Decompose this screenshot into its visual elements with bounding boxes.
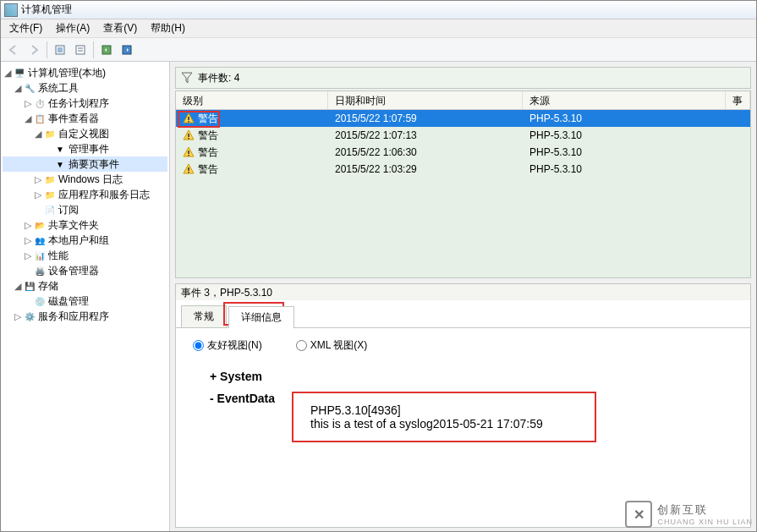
warning-icon [183, 129, 195, 141]
disk-icon: 💿 [33, 294, 47, 308]
app-icon [4, 3, 18, 17]
tree-label: 共享文件夹 [48, 218, 99, 233]
expander-icon[interactable]: ▷ [33, 174, 43, 185]
tab-general[interactable]: 常规 [181, 305, 227, 327]
back-button [4, 41, 23, 59]
source-text: PHP-5.3.10 [529, 129, 582, 141]
system-section[interactable]: + System [210, 370, 733, 383]
menu-view[interactable]: 查看(V) [98, 19, 142, 37]
main-split: ◢🖥️计算机管理(本地) ◢🔧系统工具 ▷⏱️任务计划程序 ◢📋事件查看器 ◢📁… [1, 62, 756, 532]
filter-icon: ▼ [53, 142, 67, 156]
detail-tabs: 常规 详细信息 [175, 300, 751, 327]
filter-icon: ▼ [53, 157, 67, 171]
expander-icon[interactable]: ◢ [23, 113, 33, 124]
svg-rect-14 [188, 172, 189, 173]
level-text: 警告 [198, 162, 218, 177]
radio-friendly[interactable]: 友好视图(N) [193, 338, 262, 353]
warning-icon [183, 112, 195, 124]
radio-friendly-input[interactable] [193, 340, 204, 351]
tree-summary-events[interactable]: ▼摘要页事件 [3, 156, 167, 172]
expander-icon[interactable]: ◢ [33, 129, 43, 140]
datetime-text: 2015/5/22 1:07:59 [335, 112, 417, 124]
tab-details[interactable]: 详细信息 [228, 306, 294, 328]
tree-app-service-logs[interactable]: ▷📁应用程序和服务日志 [3, 187, 167, 202]
tree-storage[interactable]: ◢💾存储 [3, 278, 167, 293]
svg-rect-11 [188, 151, 189, 154]
storage-icon: 💾 [23, 279, 36, 293]
refresh-button[interactable] [97, 41, 116, 59]
folder-icon: 📁 [43, 127, 57, 140]
table-row[interactable]: 警告2015/5/22 1:03:29PHP-5.3.10 [176, 161, 750, 178]
datetime-text: 2015/5/22 1:06:30 [335, 146, 417, 158]
expander-icon[interactable]: ▷ [23, 220, 33, 231]
tree-device-manager[interactable]: 🖨️设备管理器 [3, 263, 167, 278]
eventdata-section[interactable]: - EventData [210, 392, 275, 442]
watermark-logo-icon: ✕ [625, 501, 652, 528]
col-source[interactable]: 来源 [523, 91, 726, 109]
tree-disk-mgmt[interactable]: 💿磁盘管理 [3, 293, 167, 309]
expander-icon[interactable]: ◢ [3, 68, 13, 79]
users-icon: 👥 [33, 233, 47, 247]
radio-xml[interactable]: XML 视图(X) [296, 338, 368, 353]
tree-label: 性能 [48, 249, 69, 263]
tree-subscriptions[interactable]: 📄订阅 [3, 202, 167, 217]
svg-rect-12 [188, 155, 189, 156]
tree-admin-events[interactable]: ▼管理事件 [3, 141, 167, 156]
warning-icon [183, 163, 195, 175]
table-row[interactable]: 警告2015/5/22 1:06:30PHP-5.3.10 [176, 144, 750, 161]
tree-label: Windows 日志 [58, 173, 123, 187]
tree-panel[interactable]: ◢🖥️计算机管理(本地) ◢🔧系统工具 ▷⏱️任务计划程序 ◢📋事件查看器 ◢📁… [1, 62, 170, 532]
table-row[interactable]: 警告2015/5/22 1:07:59PHP-5.3.10 [176, 110, 750, 127]
tree-services-apps[interactable]: ▷⚙️服务和应用程序 [3, 309, 167, 324]
folder-icon: 📁 [43, 173, 57, 186]
table-row[interactable]: 警告2015/5/22 1:07:13PHP-5.3.10 [176, 127, 750, 144]
tree-root[interactable]: ◢🖥️计算机管理(本地) [3, 65, 167, 80]
tree-label: 服务和应用程序 [38, 310, 109, 324]
tree-custom-views[interactable]: ◢📁自定义视图 [3, 126, 167, 141]
event-count-label: 事件数: 4 [198, 71, 239, 85]
properties-button[interactable] [71, 41, 90, 59]
up-button[interactable] [51, 41, 69, 59]
menu-file[interactable]: 文件(F) [4, 19, 47, 37]
tree-label: 磁盘管理 [48, 294, 89, 309]
expander-icon[interactable]: ▷ [23, 235, 33, 246]
col-datetime[interactable]: 日期和时间 [328, 91, 523, 109]
tree-label: 摘要页事件 [69, 157, 119, 172]
tree-windows-logs[interactable]: ▷📁Windows 日志 [3, 172, 167, 187]
level-text: 警告 [198, 129, 218, 143]
tree-label: 系统工具 [38, 81, 79, 96]
expander-icon[interactable]: ▷ [23, 98, 33, 109]
tree-label: 任务计划程序 [48, 96, 109, 111]
event-list: 级别 日期和时间 来源 事件 警告2015/5/22 1:07:59PHP-5.… [175, 90, 751, 278]
tree-shared-folders[interactable]: ▷📂共享文件夹 [3, 217, 167, 233]
help-button[interactable] [118, 41, 136, 59]
expander-icon[interactable]: ▷ [13, 311, 23, 322]
svg-rect-2 [76, 46, 85, 54]
expander-icon[interactable]: ◢ [13, 281, 23, 292]
col-level[interactable]: 级别 [176, 91, 328, 109]
computer-icon: 🖥️ [13, 66, 26, 80]
expander-icon[interactable]: ◢ [13, 83, 23, 94]
expander-icon[interactable]: ▷ [23, 250, 33, 261]
tree-task-scheduler[interactable]: ▷⏱️任务计划程序 [3, 96, 167, 111]
tree-system-tools[interactable]: ◢🔧系统工具 [3, 80, 167, 96]
performance-icon: 📊 [33, 249, 47, 262]
tree-label: 存储 [38, 279, 58, 293]
window-title: 计算机管理 [21, 3, 72, 17]
svg-rect-8 [188, 121, 189, 123]
col-event[interactable]: 事件 [726, 91, 750, 109]
menu-help[interactable]: 帮助(H) [145, 19, 190, 37]
tree-label: 设备管理器 [48, 264, 99, 278]
device-icon: 🖨️ [33, 264, 47, 277]
radio-xml-input[interactable] [296, 340, 307, 351]
tree-performance[interactable]: ▷📊性能 [3, 248, 167, 263]
menu-action[interactable]: 操作(A) [51, 19, 95, 37]
tree-label: 本地用户和组 [48, 233, 109, 248]
event-rows[interactable]: 警告2015/5/22 1:07:59PHP-5.3.10警告2015/5/22… [176, 110, 750, 277]
titlebar: 计算机管理 [1, 1, 756, 19]
expander-icon[interactable]: ▷ [33, 189, 43, 200]
right-pane: 事件数: 4 级别 日期和时间 来源 事件 警告2015/5/22 1:07:5… [170, 62, 756, 532]
tree-event-viewer[interactable]: ◢📋事件查看器 [3, 111, 167, 126]
tree-local-users[interactable]: ▷👥本地用户和组 [3, 233, 167, 248]
watermark-sub: CHUANG XIN HU LIAN [657, 518, 753, 526]
